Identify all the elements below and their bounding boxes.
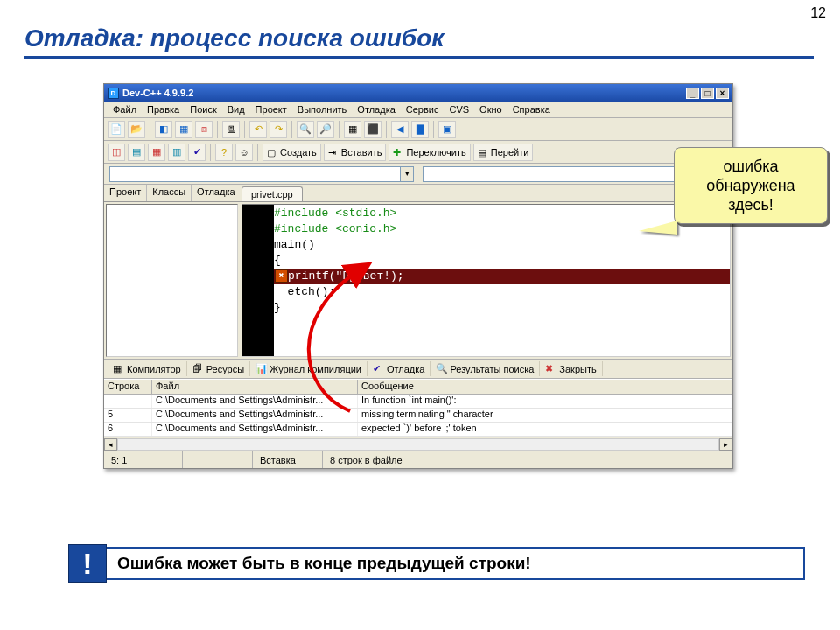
btab-compiler[interactable]: ▦Компилятор [108, 361, 187, 376]
scroll-track[interactable] [117, 438, 719, 451]
cell-msg: expected `)' before ';' token [358, 423, 732, 436]
resources-icon: 🗐 [192, 363, 204, 374]
tb-grid2-icon[interactable]: ▤ [128, 144, 145, 161]
grid-header: Строка Файл Сообщение [104, 379, 732, 395]
tb-compile-icon[interactable]: ▦ [344, 121, 361, 138]
note-text: Ошибка может быть в конце предыдущей стр… [107, 547, 805, 580]
scroll-left-icon[interactable]: ◂ [104, 438, 117, 451]
chevron-down-icon[interactable]: ▾ [400, 167, 413, 181]
tb-back-icon[interactable]: ◀ [391, 121, 409, 138]
menu-debug[interactable]: Отладка [352, 103, 400, 116]
code-line: #include <stdio.h> [274, 206, 396, 220]
code-line: etch(); [274, 285, 335, 298]
menu-view[interactable]: Вид [222, 103, 250, 116]
close-button[interactable]: × [716, 88, 729, 99]
tb-open-icon[interactable]: 📂 [128, 121, 145, 138]
tb-print-icon[interactable]: 🖶 [222, 121, 240, 138]
tb-run-icon[interactable]: ⬛ [364, 121, 382, 138]
app-title: Dev-C++ 4.9.9.2 [122, 88, 193, 98]
tb-stop-icon[interactable]: ▣ [438, 121, 456, 138]
menu-file[interactable]: Файл [108, 103, 142, 116]
callout-body: ошибка обнаружена здесь! [674, 147, 828, 224]
tab-classes[interactable]: Классы [147, 185, 192, 201]
code-line: #include <conio.h> [274, 222, 396, 235]
tb-create-button[interactable]: ▢Создать [262, 144, 321, 161]
bottom-tabs: ▦Компилятор 🗐Ресурсы 📊Журнал компиляции … [104, 360, 732, 379]
menu-help[interactable]: Справка [508, 103, 556, 116]
minimize-button[interactable]: _ [686, 88, 699, 99]
cell-file: C:\Documents and Settings\Administr... [152, 409, 358, 422]
horizontal-scrollbar[interactable]: ◂ ▸ [104, 437, 732, 451]
status-info: 8 строк в файле [323, 452, 732, 468]
combo-left[interactable]: ▾ [109, 166, 414, 182]
tb-insert-button[interactable]: ⇥Вставить [324, 144, 387, 161]
tb-grid3-icon[interactable]: ▦ [148, 144, 165, 161]
tb-undo-icon[interactable]: ↶ [249, 121, 267, 138]
tb-switch-button[interactable]: ✚Переключить [388, 144, 470, 161]
code-error-line[interactable]: printf("Привет!); [274, 269, 730, 284]
goto-icon: ▤ [478, 147, 488, 158]
maximize-button[interactable]: □ [701, 88, 714, 99]
code-line: } [274, 301, 281, 314]
tb-goto-button[interactable]: ▤Перейти [473, 144, 534, 161]
app-icon: D [108, 88, 119, 99]
menu-edit[interactable]: Правка [142, 103, 185, 116]
menu-project[interactable]: Проект [250, 103, 292, 116]
project-tree[interactable] [106, 204, 238, 357]
scroll-right-icon[interactable]: ▸ [719, 438, 732, 451]
tb-fwd-icon[interactable]: ▇ [411, 121, 429, 138]
tb-check-icon[interactable]: ✔ [188, 144, 206, 161]
toolbar-1: 📄 📂 ◧ ▦ ⧈ 🖶 ↶ ↷ 🔍 🔎 ▦ ⬛ ◀ ▇ ▣ [104, 118, 732, 141]
tb-redo-icon[interactable]: ↷ [270, 121, 287, 138]
hdr-file[interactable]: Файл [152, 380, 358, 394]
btab-close[interactable]: ✖Закрыть [540, 361, 602, 376]
tb-about-icon[interactable]: ☺ [235, 144, 253, 161]
status-mode: Вставка [253, 452, 323, 468]
hdr-line[interactable]: Строка [104, 380, 152, 394]
tab-project[interactable]: Проект [104, 185, 147, 201]
tb-find-icon[interactable]: 🔍 [297, 121, 314, 138]
cell-file: C:\Documents and Settings\Administr... [152, 423, 358, 436]
btab-resources[interactable]: 🗐Ресурсы [187, 361, 250, 376]
cell-line [104, 395, 152, 408]
cell-line: 6 [104, 423, 152, 436]
btab-log[interactable]: 📊Журнал компиляции [250, 361, 368, 376]
exclamation-icon: ! [68, 544, 107, 583]
tb-help-icon[interactable]: ? [215, 144, 233, 161]
tb-new-icon[interactable]: 📄 [108, 121, 125, 138]
slide: 12 Отладка: процесс поиска ошибок D Dev-… [0, 0, 840, 630]
btab-search[interactable]: 🔍Результаты поиска [430, 361, 540, 376]
side-tabs: Проект Классы Отладка [104, 185, 240, 202]
editor-panel: privet.cpp #include <stdio.h> #include <… [240, 185, 732, 359]
btab-debug[interactable]: ✔Отладка [368, 361, 430, 376]
tb-grid1-icon[interactable]: ◫ [108, 144, 125, 161]
tab-debug[interactable]: Отладка [192, 185, 241, 201]
grid-row[interactable]: 6 C:\Documents and Settings\Administr...… [104, 423, 732, 437]
menu-cvs[interactable]: CVS [444, 103, 474, 116]
cell-file: C:\Documents and Settings\Administr... [152, 395, 358, 408]
menubar: Файл Правка Поиск Вид Проект Выполнить О… [104, 102, 732, 118]
status-pos: 5: 1 [104, 452, 183, 468]
menu-search[interactable]: Поиск [185, 103, 221, 116]
tb-save-icon[interactable]: ◧ [155, 121, 172, 138]
file-tab-privet[interactable]: privet.cpp [242, 186, 303, 201]
statusbar: 5: 1 Вставка 8 строк в файле [104, 451, 732, 468]
tb-grid4-icon[interactable]: ▥ [168, 144, 186, 161]
menu-service[interactable]: Сервис [401, 103, 444, 116]
callout-text: обнаружена [682, 176, 820, 195]
tb-saveall-icon[interactable]: ▦ [175, 121, 192, 138]
grid-row[interactable]: 5 C:\Documents and Settings\Administr...… [104, 409, 732, 423]
callout-tail-icon [639, 220, 677, 234]
error-grid: Строка Файл Сообщение C:\Documents and S… [104, 379, 732, 437]
menu-window[interactable]: Окно [474, 103, 508, 116]
log-icon: 📊 [256, 363, 267, 374]
menu-run[interactable]: Выполнить [292, 103, 352, 116]
titlebar[interactable]: D Dev-C++ 4.9.9.2 _ □ × [104, 84, 732, 102]
hdr-message[interactable]: Сообщение [358, 380, 732, 394]
tb-close-file-icon[interactable]: ⧈ [195, 121, 213, 138]
debug-icon: ✔ [373, 363, 384, 374]
grid-row[interactable]: C:\Documents and Settings\Administr... I… [104, 395, 732, 409]
callout-text: ошибка [682, 157, 820, 176]
cell-msg: missing terminating " character [358, 409, 732, 422]
tb-replace-icon[interactable]: 🔎 [317, 121, 334, 138]
